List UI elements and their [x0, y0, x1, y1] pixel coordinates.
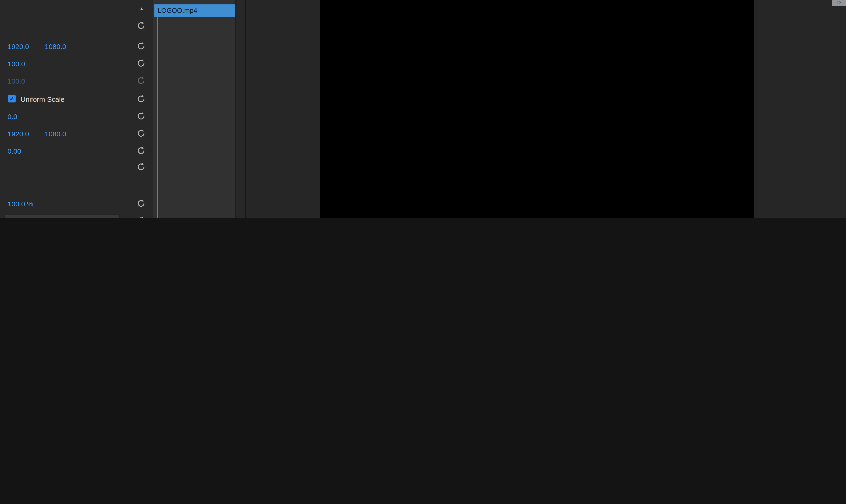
scale-value[interactable]: 100.0: [7, 60, 25, 68]
scale-width-value: 100.0: [7, 77, 25, 85]
reset-icon[interactable]: [137, 146, 145, 155]
reset-icon[interactable]: [137, 199, 145, 208]
reset-icon[interactable]: [137, 129, 145, 138]
premiere-pro-workspace: ▲ 1920.0 1080.0 100.0 100.0 Uniform Scal…: [0, 0, 846, 218]
position-x-value[interactable]: 1920.0: [7, 43, 29, 50]
opacity-value[interactable]: 100.0 %: [7, 200, 33, 208]
chevron-down-icon: ▾: [112, 218, 115, 218]
reset-icon[interactable]: [137, 216, 145, 218]
ec-playhead-line[interactable]: [157, 17, 158, 218]
scroll-up-icon[interactable]: ▲: [139, 6, 144, 12]
anti-flicker-value[interactable]: 0.00: [7, 148, 21, 155]
rotation-value[interactable]: 0.0: [7, 113, 17, 120]
ec-clip-header[interactable]: LOGOO.mp4: [154, 4, 235, 17]
position-y-value[interactable]: 1080.0: [45, 43, 66, 50]
ec-timeline-area[interactable]: LOGOO.mp4: [153, 0, 236, 218]
blend-mode-value: Normal: [9, 217, 32, 218]
reset-icon[interactable]: [137, 41, 145, 51]
reset-icon: [137, 76, 145, 85]
anchor-x-value[interactable]: 1920.0: [7, 130, 29, 138]
reset-icon[interactable]: [137, 59, 145, 68]
reset-icon[interactable]: [137, 94, 145, 103]
program-monitor-panel: { 00:00:00:00 Fit ▾ Full ▾ 00:02:56:20 }…: [246, 0, 846, 218]
effect-controls-panel: ▲ 1920.0 1080.0 100.0 100.0 Uniform Scal…: [0, 0, 245, 218]
anchor-y-value[interactable]: 1080.0: [45, 130, 66, 138]
blend-mode-select[interactable]: Normal ▾: [4, 215, 120, 218]
corner-fragment: D: [832, 0, 846, 6]
reset-icon[interactable]: [137, 21, 145, 30]
reset-icon[interactable]: [137, 112, 145, 121]
uniform-scale-label: Uniform Scale: [21, 96, 65, 103]
program-video-viewport[interactable]: [320, 0, 754, 218]
reset-icon[interactable]: [137, 162, 145, 172]
uniform-scale-checkbox[interactable]: [8, 95, 16, 102]
